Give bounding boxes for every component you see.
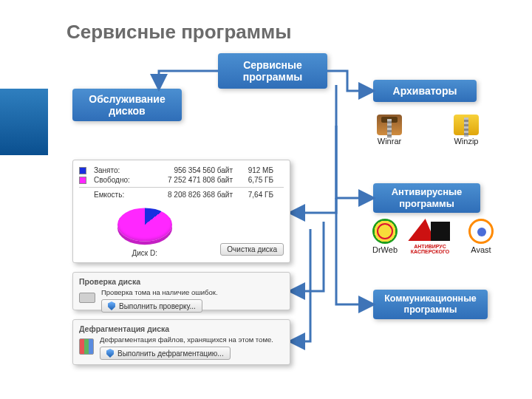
- human-used: 912 МБ: [240, 166, 273, 174]
- winrar-icon: [377, 115, 402, 135]
- panel-disk-usage: Занято: 956 354 560 байт 912 МБ Свободно…: [72, 160, 290, 263]
- cleanup-button[interactable]: Очистка диска: [220, 243, 284, 256]
- pie-chart: [117, 208, 172, 241]
- icon-avast: Avast: [466, 219, 497, 254]
- kaspersky-label-1: АНТИВИРУС: [414, 244, 446, 249]
- box-antivirus: Антивирусные программы: [373, 183, 480, 213]
- shield-icon: [108, 301, 115, 310]
- side-accent: [0, 89, 48, 155]
- box-service: Сервисные программы: [218, 53, 327, 89]
- icon-kaspersky: АНТИВИРУС КАСПЕРСКОГО: [405, 219, 455, 254]
- page-title: Сервисные программы: [66, 21, 291, 44]
- run-check-button[interactable]: Выполнить проверку...: [101, 299, 202, 313]
- icon-winzip: Winzip: [452, 115, 480, 146]
- human-total: 7,64 ГБ: [240, 191, 273, 199]
- drweb-icon: [372, 219, 398, 244]
- defrag-text: Дефрагментация файлов, хранящихся на это…: [100, 335, 284, 344]
- box-archivers: Архиваторы: [373, 80, 477, 102]
- row-total: Емкость: 8 208 826 368 байт 7,64 ГБ: [79, 187, 284, 199]
- run-check-label: Выполнить проверку...: [119, 302, 196, 310]
- box-disk-maint: Обслуживание дисков: [72, 89, 182, 121]
- panel-defrag: Дефрагментация диска Дефрагментация файл…: [72, 319, 290, 365]
- winzip-label: Winzip: [454, 137, 478, 146]
- hdd-icon: [79, 293, 95, 303]
- drweb-label: DrWeb: [372, 245, 398, 254]
- swatch-used: [79, 167, 86, 174]
- check-header: Проверка диска: [79, 277, 284, 286]
- check-text: Проверка тома на наличие ошибок.: [101, 288, 284, 296]
- shield-icon: [106, 349, 114, 358]
- winzip-icon: [454, 115, 479, 135]
- row-used: Занято: 956 354 560 байт 912 МБ: [79, 166, 284, 174]
- defrag-header: Дефрагментация диска: [79, 324, 284, 333]
- human-free: 6,75 ГБ: [240, 176, 273, 184]
- drive-label: Диск D:: [132, 249, 157, 257]
- icon-winrar: Winrar: [375, 115, 403, 146]
- label-free: Свободно:: [94, 176, 137, 184]
- kaspersky-icon: [410, 219, 450, 244]
- kaspersky-label-2: КАСПЕРСКОГО: [411, 249, 450, 254]
- bytes-used: 956 354 560 байт: [144, 166, 233, 174]
- icon-drweb: DrWeb: [369, 219, 400, 254]
- cleanup-button-label: Очистка диска: [227, 245, 277, 253]
- label-total: Емкость:: [94, 191, 137, 199]
- swatch-free: [79, 177, 86, 184]
- box-comm: Коммуникационные программы: [373, 290, 488, 319]
- run-defrag-label: Выполнить дефрагментацию...: [117, 349, 224, 358]
- defrag-icon: [79, 338, 94, 355]
- panel-check-disk: Проверка диска Проверка тома на наличие …: [72, 272, 290, 310]
- avast-icon: [468, 219, 494, 244]
- avast-label: Avast: [471, 245, 491, 254]
- label-used: Занято:: [94, 166, 137, 174]
- bytes-total: 8 208 826 368 байт: [144, 191, 233, 199]
- bytes-free: 7 252 471 808 байт: [144, 176, 233, 184]
- row-free: Свободно: 7 252 471 808 байт 6,75 ГБ: [79, 176, 284, 184]
- run-defrag-button[interactable]: Выполнить дефрагментацию...: [100, 347, 231, 360]
